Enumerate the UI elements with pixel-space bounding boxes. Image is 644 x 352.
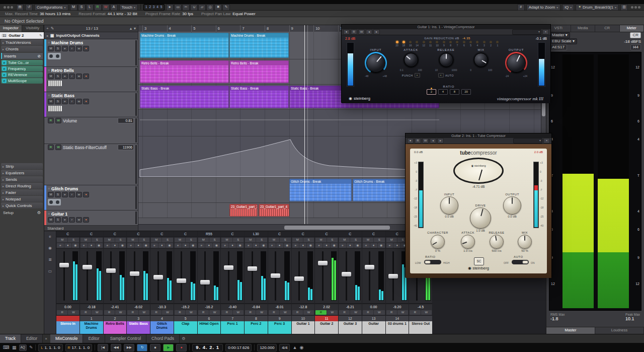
- inspector-section-fader[interactable]: ▸Fader: [1, 189, 43, 195]
- fader-cap[interactable]: [200, 280, 210, 285]
- edit-button[interactable]: e: [62, 217, 68, 223]
- channel-name[interactable]: Glitch Drums: [150, 321, 174, 334]
- iq-dropdown[interactable]: iQ ▾: [562, 4, 574, 11]
- rewind-button[interactable]: ◀◀: [111, 344, 121, 351]
- inspector-section-direct-routing[interactable]: ▸Direct Routing: [1, 183, 43, 189]
- fader-cap[interactable]: [248, 266, 257, 271]
- write-button[interactable]: W: [162, 310, 173, 315]
- mute-button[interactable]: M: [127, 238, 138, 242]
- mute-button[interactable]: M: [198, 238, 209, 242]
- solo-button[interactable]: S: [350, 238, 361, 242]
- write-button[interactable]: W: [186, 310, 196, 315]
- tab-loudness[interactable]: Loudness: [595, 327, 644, 334]
- monitor-button[interactable]: ◉: [331, 243, 338, 248]
- pan-control[interactable]: C: [362, 231, 385, 237]
- time-display[interactable]: 0:00:17.626: [225, 344, 252, 351]
- drag-handle[interactable]: ≡: [48, 41, 50, 44]
- lower-tab-mixconsole[interactable]: MixConsole: [50, 334, 83, 343]
- automation-mode-dropdown[interactable]: Touch ▾: [119, 4, 138, 11]
- mute-button[interactable]: M: [48, 74, 54, 79]
- record-button[interactable]: ●: [83, 74, 89, 79]
- knob[interactable]: [404, 53, 418, 67]
- pan-control[interactable]: C: [150, 231, 174, 237]
- record-button[interactable]: ●: [83, 217, 89, 223]
- toolbar-r-toggle[interactable]: R: [94, 4, 102, 11]
- inspector-section-sends[interactable]: ▸Sends: [1, 176, 43, 182]
- pan-control[interactable]: L30: [245, 231, 268, 237]
- write-button[interactable]: W: [327, 310, 338, 315]
- clip[interactable]: Static Bass - Break: [140, 86, 229, 108]
- tool-mute-icon[interactable]: ✖: [214, 4, 222, 11]
- left-locator[interactable]: L 1. 1. 1. 0: [38, 344, 62, 351]
- record-button[interactable]: ●: [111, 243, 118, 248]
- read-button[interactable]: r: [69, 217, 75, 223]
- mute-button[interactable]: M: [339, 238, 350, 242]
- record-button[interactable]: ●: [83, 192, 89, 197]
- lower-tab-editor[interactable]: Editor: [83, 334, 105, 343]
- monitor-button[interactable]: ◉: [166, 243, 173, 248]
- tab-visibility[interactable]: Visibility: [22, 25, 44, 32]
- pan-control[interactable]: C: [56, 231, 79, 237]
- right-locator[interactable]: R 17. 1. 1. 0: [65, 344, 93, 351]
- track-volume[interactable]: RWVolume0.81: [44, 117, 138, 144]
- insert-slot[interactable]: eFrequency: [1, 66, 43, 72]
- edit-icon[interactable]: e: [2, 73, 7, 77]
- mute-button[interactable]: M: [363, 238, 373, 242]
- rack-icon[interactable]: ≣: [48, 257, 52, 262]
- solo-button[interactable]: S: [209, 238, 220, 242]
- write-button[interactable]: w: [76, 74, 82, 79]
- monitor-button[interactable]: ◉: [354, 243, 361, 248]
- fader-cap[interactable]: [130, 271, 139, 276]
- edit-button[interactable]: e: [245, 243, 252, 248]
- clip[interactable]: Retro Bells - Break: [140, 60, 229, 83]
- drag-handle[interactable]: ≡: [48, 94, 50, 97]
- track-machine-drums[interactable]: ≡Machine DrumsMSerw●: [44, 39, 138, 67]
- monitor-button[interactable]: ◉: [190, 243, 197, 248]
- auto-button[interactable]: ▪: [438, 73, 444, 78]
- inspector-section-trackversions[interactable]: ▸TrackVersions: [1, 39, 43, 45]
- tool-erase-icon[interactable]: ▱: [198, 4, 206, 11]
- pan-control[interactable]: C: [127, 231, 150, 237]
- position-display[interactable]: 9. 4. 2. 1: [192, 344, 223, 351]
- edit-icon[interactable]: e: [2, 79, 7, 83]
- read-button[interactable]: R: [269, 310, 279, 315]
- record-button[interactable]: ●: [299, 243, 306, 248]
- knob[interactable]: [474, 53, 488, 67]
- write-icon[interactable]: W: [358, 29, 365, 35]
- track-guitar-1[interactable]: ≡Guitar 1MSerw●: [44, 210, 138, 226]
- toggle-knob[interactable]: [522, 260, 528, 264]
- plugin-window-title[interactable]: Guitar 2: Ins. 1 - Tube Compressor: [406, 133, 551, 138]
- tab-media[interactable]: Media: [571, 25, 596, 32]
- edit-icon[interactable]: e: [2, 66, 7, 71]
- snap-icon[interactable]: #: [517, 4, 525, 11]
- edit-button[interactable]: e: [315, 243, 323, 248]
- record-button[interactable]: ●: [158, 243, 166, 248]
- auto-quantize-toggle[interactable]: AQ: [19, 344, 27, 351]
- gear-icon[interactable]: ⚙: [180, 334, 188, 343]
- punch-button[interactable]: ▪: [415, 73, 420, 78]
- monitor-button[interactable]: ◉: [213, 243, 220, 248]
- inspector-section-chords[interactable]: ▸Chords: [1, 46, 43, 52]
- fader-cap[interactable]: [365, 265, 374, 269]
- window-controls[interactable]: [4, 6, 13, 9]
- read-button[interactable]: r: [69, 74, 75, 79]
- monitor-button[interactable]: ◉: [119, 243, 126, 248]
- inspector-section-strip[interactable]: ▸Strip: [1, 163, 43, 169]
- inspector-section-notepad[interactable]: ▸Notepad: [1, 196, 43, 202]
- edit-button[interactable]: e: [292, 243, 299, 248]
- write-button[interactable]: W: [55, 145, 61, 150]
- tab-inspector[interactable]: Inspector: [0, 25, 22, 32]
- write-button[interactable]: W: [397, 310, 408, 315]
- write-button[interactable]: w: [76, 192, 82, 197]
- side-chain-button[interactable]: SC: [474, 257, 484, 265]
- drag-handle[interactable]: ≡: [48, 187, 50, 190]
- insert-slot[interactable]: eTube Co...or: [1, 60, 43, 65]
- stop-button[interactable]: ■: [150, 344, 160, 351]
- channel-name[interactable]: Perc 3: [268, 321, 291, 334]
- ratio-8-button[interactable]: 8: [450, 89, 459, 95]
- record-button[interactable]: ●: [393, 243, 400, 248]
- cycle-button[interactable]: ↻: [137, 344, 147, 351]
- knob[interactable]: [431, 235, 445, 249]
- write-button[interactable]: W: [256, 310, 267, 315]
- solo-button[interactable]: S: [327, 238, 338, 242]
